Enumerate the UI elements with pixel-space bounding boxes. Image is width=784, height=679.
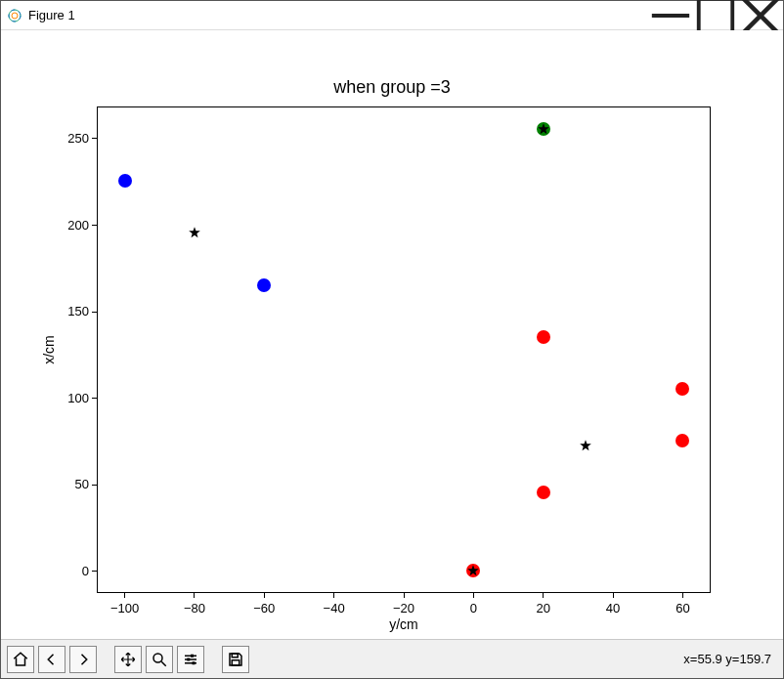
x-tick-label: −80 [184,601,205,615]
svg-point-2 [12,13,18,19]
x-tick-label: 20 [536,601,549,615]
x-tick-label: 0 [470,601,477,615]
zoom-button[interactable] [146,646,173,673]
data-point-star [466,564,480,577]
svg-rect-14 [193,661,196,664]
save-button[interactable] [222,646,249,673]
home-button[interactable] [7,646,34,673]
y-tick-label: 0 [82,564,89,578]
x-tick-label: −20 [393,601,414,615]
titlebar: Figure 1 [1,1,783,30]
data-point [257,278,271,292]
svg-point-7 [153,654,162,662]
svg-rect-16 [232,659,240,664]
window-title: Figure 1 [28,8,75,22]
data-point [537,486,550,499]
x-tick-label: 60 [675,601,689,615]
y-axis-label: x/cm [41,335,57,364]
figure-window: Figure 1 when group =3 x/cm y/cm 0501001… [0,0,784,679]
x-tick-label: 40 [606,601,620,615]
pan-button[interactable] [114,646,142,673]
matplotlib-toolbar: x=55.9 y=159.7 [1,639,783,678]
x-axis-label: y/cm [389,616,418,632]
data-point-star [579,439,592,452]
data-point [537,330,550,344]
forward-button[interactable] [69,646,97,673]
y-tick-label: 200 [67,218,89,233]
y-tick-label: 100 [67,391,89,405]
maximize-button[interactable] [693,1,738,30]
minimize-button[interactable] [648,1,693,30]
svg-rect-15 [232,654,238,658]
app-icon [7,8,22,23]
subplots-button[interactable] [177,646,204,673]
svg-rect-13 [187,658,190,660]
svg-rect-12 [191,654,194,657]
svg-line-8 [161,661,166,666]
cursor-coordinates: x=55.9 y=159.7 [683,652,777,666]
svg-rect-4 [699,0,733,32]
data-point-star [188,226,201,239]
data-point [118,174,132,188]
x-tick-label: −100 [110,601,139,615]
x-tick-label: −40 [324,601,345,615]
data-point-star [537,122,550,136]
y-tick-label: 50 [75,477,89,491]
axes-box [97,106,711,593]
back-button[interactable] [38,646,65,673]
y-tick-label: 150 [67,304,89,318]
x-tick-label: −60 [253,601,275,615]
y-tick-label: 250 [67,131,89,146]
close-button[interactable] [738,1,783,30]
plot-canvas[interactable]: when group =3 x/cm y/cm 050100150200250−… [1,30,783,639]
chart-title: when group =3 [333,77,451,98]
